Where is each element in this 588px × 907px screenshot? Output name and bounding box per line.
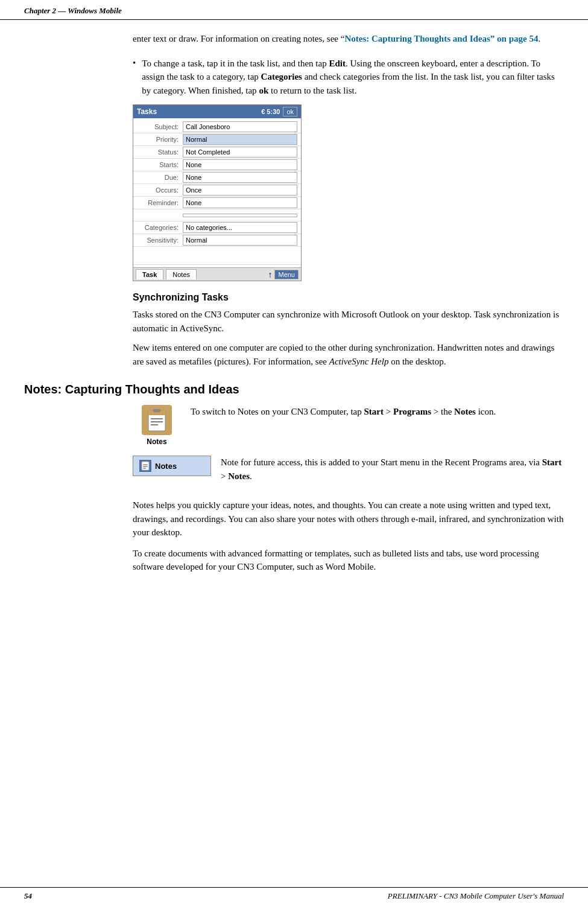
task-tab-notes[interactable]: Notes	[166, 269, 197, 279]
task-value-status: Not Completed	[183, 147, 297, 158]
task-menu-button[interactable]: Menu	[274, 270, 299, 279]
task-footer: Task Notes ↑ Menu	[133, 267, 301, 281]
task-label-categories: Categories:	[133, 224, 182, 231]
intro-bullet-section: enter text or draw. For information on c…	[133, 32, 564, 46]
table-row	[133, 209, 301, 221]
sync-para1: Tasks stored on the CN3 Computer can syn…	[133, 308, 564, 335]
notes-svg-icon	[145, 408, 169, 432]
notes-btn-label: Notes	[155, 462, 177, 471]
bullet-dot: •	[133, 58, 136, 98]
footer-title: PRELIMINARY - CN3 Mobile Computer User's…	[388, 891, 564, 901]
task-label-subject: Subject:	[133, 123, 182, 130]
notes-icon-img	[142, 405, 172, 435]
page-header: Chapter 2 — Windows Mobile	[0, 0, 588, 20]
big-section-heading: Notes: Capturing Thoughts and Ideas	[24, 383, 564, 396]
task-value-starts: None	[183, 159, 297, 170]
notes-icon-label: Notes	[147, 438, 166, 446]
task-label-priority: Priority:	[133, 136, 182, 143]
task-value-categories: No categories...	[183, 222, 297, 233]
footer-page-number: 54	[24, 891, 32, 901]
task-value-due: None	[183, 172, 297, 183]
chapter-bold: Chapter 2 — Windows Mobile	[24, 6, 122, 15]
svg-rect-6	[142, 462, 149, 470]
page-footer: 54 PRELIMINARY - CN3 Mobile Computer Use…	[0, 887, 588, 907]
task-label-status: Status:	[133, 148, 182, 156]
notes-icon-container: Notes	[133, 405, 181, 446]
task-tabs: Task Notes	[136, 269, 197, 279]
task-footer-right: ↑ Menu	[268, 270, 299, 279]
task-value-subject: Call Jonesboro	[183, 121, 297, 132]
task-label-reminder: Reminder:	[133, 199, 182, 206]
notes-icon-text: To switch to Notes on your CN3 Computer,…	[191, 405, 496, 419]
notes-btn-icon	[139, 460, 151, 472]
bullet-text-change-task: To change a task, tap it in the task lis…	[142, 57, 564, 98]
table-row	[133, 247, 301, 265]
task-titlebar-right: € 5:30 ok	[261, 107, 297, 116]
task-value-empty	[183, 214, 297, 217]
svg-rect-5	[153, 409, 160, 412]
header-chapter: Chapter 2 — Windows Mobile	[24, 6, 122, 16]
bullet-change-task: • To change a task, tap it in the task l…	[133, 57, 564, 98]
table-row: Sensitivity: Normal	[133, 234, 301, 247]
notes-button-screenshot: Notes	[133, 456, 211, 476]
task-ok-button[interactable]: ok	[283, 107, 297, 116]
task-value-reminder: None	[183, 197, 297, 208]
sync-heading: Synchronizing Tasks	[133, 292, 564, 303]
table-row: Starts: None	[133, 159, 301, 171]
task-title: Tasks	[137, 107, 157, 116]
task-screenshot: Tasks € 5:30 ok Subject: Call Jonesboro …	[133, 104, 302, 281]
task-arrow: ↑	[268, 270, 272, 279]
notes-link: Notes: Capturing Thoughts and Ideas” on …	[344, 34, 538, 43]
notes-create-para: To create documents with advanced format…	[133, 547, 564, 574]
main-content: enter text or draw. For information on c…	[0, 20, 588, 616]
notes-btn-svg	[141, 461, 150, 471]
task-label-occurs: Occurs:	[133, 186, 182, 194]
table-row: Subject: Call Jonesboro	[133, 121, 301, 133]
sync-para2: New items entered on one computer are co…	[133, 341, 564, 368]
task-value-sensitivity: Normal	[183, 235, 297, 246]
task-body: Subject: Call Jonesboro Priority: Normal…	[133, 118, 301, 267]
notes-btn-text: Note for future access, this is added to…	[221, 456, 564, 483]
table-row: Reminder: None	[133, 197, 301, 209]
table-row: Due: None	[133, 171, 301, 184]
task-label-due: Due:	[133, 174, 182, 181]
task-label-sensitivity: Sensitivity:	[133, 237, 182, 244]
activesync-help-link: ActiveSync Help	[329, 357, 389, 366]
table-row: Occurs: Once	[133, 184, 301, 197]
task-value-priority: Normal	[183, 134, 297, 145]
task-value-occurs: Once	[183, 185, 297, 196]
table-row: Categories: No categories...	[133, 221, 301, 234]
task-tab-task[interactable]: Task	[136, 269, 163, 279]
task-titlebar: Tasks € 5:30 ok	[133, 105, 301, 118]
notes-btn-block: Notes Note for future access, this is ad…	[133, 456, 564, 489]
table-row: Priority: Normal	[133, 133, 301, 146]
task-time: € 5:30	[261, 108, 280, 115]
task-label-starts: Starts:	[133, 161, 182, 168]
notes-helps-para: Notes helps you quickly capture your ide…	[133, 498, 564, 539]
notes-icon-block: Notes To switch to Notes on your CN3 Com…	[133, 405, 564, 446]
table-row: Status: Not Completed	[133, 146, 301, 159]
intro-text: enter text or draw. For information on c…	[133, 32, 564, 46]
